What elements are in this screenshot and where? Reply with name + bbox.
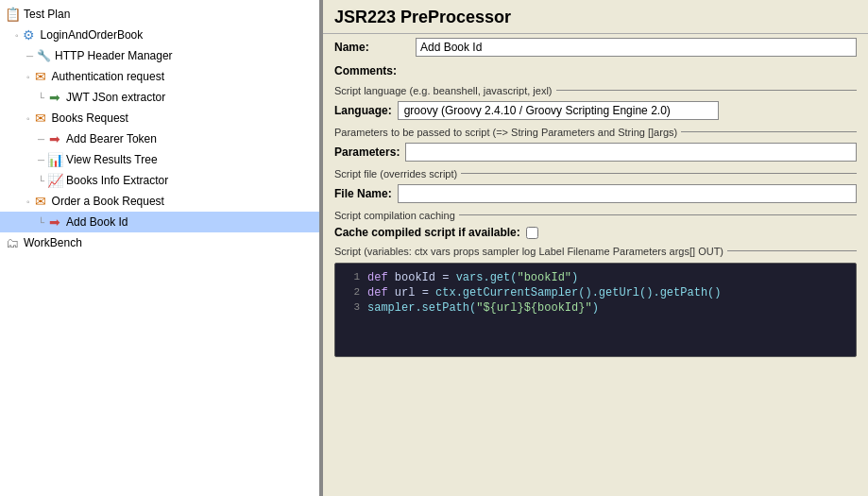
- sidebar-item-label: Books Info Extractor: [66, 174, 168, 187]
- sidebar-item-login-and-order-book[interactable]: ◦ ⚙ LoginAndOrderBook: [0, 25, 319, 45]
- header-icon: 🔧: [35, 47, 52, 64]
- listener-icon: 📊: [46, 151, 63, 168]
- extractor-icon: ➡: [46, 89, 63, 106]
- script-language-section-header: Script language (e.g. beanshell, javascr…: [323, 81, 868, 98]
- sidebar-item-label: Order a Book Request: [52, 195, 164, 208]
- sidebar-item-books-info-extractor[interactable]: └ 📈 Books Info Extractor: [0, 170, 319, 191]
- script-editor[interactable]: 1 def bookId = vars.get("bookId") 2 def …: [334, 263, 857, 357]
- script-line-3: 3 sampler.setPath("${url}${bookId}"): [343, 301, 848, 315]
- sidebar-item-view-results-tree[interactable]: ─ 📊 View Results Tree: [0, 149, 319, 170]
- line-number-2: 2: [343, 286, 360, 298]
- parameters-section-header: Parameters to be passed to script (=> St…: [323, 123, 868, 140]
- script-file-section-header: Script file (overrides script): [323, 164, 868, 181]
- line-code-2: def url = ctx.getCurrentSampler().getUrl…: [367, 286, 721, 299]
- comments-label: Comments:: [334, 64, 410, 77]
- sidebar-item-order-a-book-request[interactable]: ◦ ✉ Order a Book Request: [0, 191, 319, 212]
- script-line-1: 1 def bookId = vars.get("bookId"): [343, 271, 848, 284]
- sampler-icon2: ✉: [32, 110, 49, 127]
- connector-icon: ◦: [15, 30, 19, 41]
- sidebar-item-label: View Results Tree: [66, 153, 158, 166]
- filename-label: File Name:: [334, 187, 392, 200]
- preprocessor-icon: ➡: [46, 130, 63, 147]
- sidebar-item-label: Test Plan: [24, 8, 70, 21]
- sidebar-item-label: Authentication request: [52, 70, 164, 83]
- sidebar-item-http-header-manager[interactable]: ─ 🔧 HTTP Header Manager: [0, 45, 319, 66]
- sidebar-item-test-plan[interactable]: 📋 Test Plan: [0, 4, 319, 25]
- sidebar-item-books-request[interactable]: ◦ ✉ Books Request: [0, 108, 319, 128]
- cache-label: Cache compiled script if available:: [334, 226, 520, 239]
- panel-title: JSR223 PreProcessor: [323, 0, 868, 34]
- connector-icon: ◦: [26, 113, 30, 124]
- sidebar-item-label: Add Bearer Token: [66, 132, 157, 145]
- connector-icon: ◦: [26, 72, 30, 82]
- line-code-3: sampler.setPath("${url}${bookId}"): [367, 301, 599, 315]
- sidebar-item-label: JWT JSon extractor: [66, 91, 165, 104]
- main-panel: JSR223 PreProcessor Name: Comments: Scri…: [323, 0, 868, 496]
- language-label: Language:: [334, 104, 392, 117]
- sidebar-item-jwt-json-extractor[interactable]: └ ➡ JWT JSon extractor: [0, 87, 319, 108]
- language-row: Language: groovy (Groovy 2.4.10 / Groovy…: [323, 98, 868, 123]
- cache-checkbox[interactable]: [526, 227, 538, 239]
- sidebar-item-add-book-id[interactable]: └ ➡ Add Book Id: [0, 212, 319, 232]
- parameters-input[interactable]: [405, 143, 857, 162]
- caching-section-header: Script compilation caching: [323, 206, 868, 223]
- sampler-icon3: ✉: [32, 193, 49, 210]
- folder-icon: 📋: [4, 6, 21, 23]
- sidebar-item-authentication-request[interactable]: ◦ ✉ Authentication request: [0, 66, 319, 87]
- filename-row: File Name:: [323, 181, 868, 206]
- comments-row: Comments:: [323, 60, 868, 81]
- sidebar-item-label: Books Request: [52, 111, 128, 125]
- cache-row: Cache compiled script if available:: [323, 223, 868, 242]
- name-label: Name:: [334, 41, 410, 54]
- script-section-header: Script (variables: ctx vars props sample…: [323, 242, 868, 259]
- sampler-icon: ✉: [32, 68, 49, 85]
- sidebar-item-workbench[interactable]: 🗂 WorkBench: [0, 232, 319, 253]
- extractor-icon2: 📈: [46, 172, 63, 189]
- connector-icon: └: [38, 217, 44, 228]
- sidebar: 📋 Test Plan ◦ ⚙ LoginAndOrderBook ─ 🔧 HT…: [0, 0, 321, 496]
- sidebar-item-add-bearer-token[interactable]: ─ ➡ Add Bearer Token: [0, 128, 319, 149]
- sidebar-item-label: LoginAndOrderBook: [41, 28, 144, 42]
- connector-icon: ◦: [26, 197, 30, 207]
- sidebar-item-label: Add Book Id: [66, 215, 128, 229]
- sidebar-item-label: HTTP Header Manager: [55, 49, 173, 62]
- workbench-icon: 🗂: [4, 234, 21, 251]
- name-row: Name:: [323, 34, 868, 60]
- line-number-1: 1: [343, 271, 360, 282]
- preprocessor-icon2: ➡: [46, 214, 63, 231]
- connector-icon: ─: [38, 155, 44, 165]
- language-value: groovy (Groovy 2.4.10 / Groovy Scripting…: [398, 101, 719, 120]
- line-code-1: def bookId = vars.get("bookId"): [367, 271, 578, 284]
- threadgroup-icon: ⚙: [21, 26, 38, 43]
- connector-icon: └: [38, 176, 44, 186]
- parameters-row: Parameters:: [323, 140, 868, 164]
- connector-icon: ─: [38, 134, 44, 145]
- connector-icon: └: [38, 93, 44, 103]
- name-input[interactable]: [416, 38, 857, 57]
- parameters-label: Parameters:: [334, 145, 400, 159]
- sidebar-item-label: WorkBench: [24, 236, 82, 249]
- filename-input[interactable]: [398, 184, 857, 203]
- line-number-3: 3: [343, 301, 360, 313]
- connector-icon: ─: [26, 51, 33, 61]
- script-line-2: 2 def url = ctx.getCurrentSampler().getU…: [343, 286, 848, 299]
